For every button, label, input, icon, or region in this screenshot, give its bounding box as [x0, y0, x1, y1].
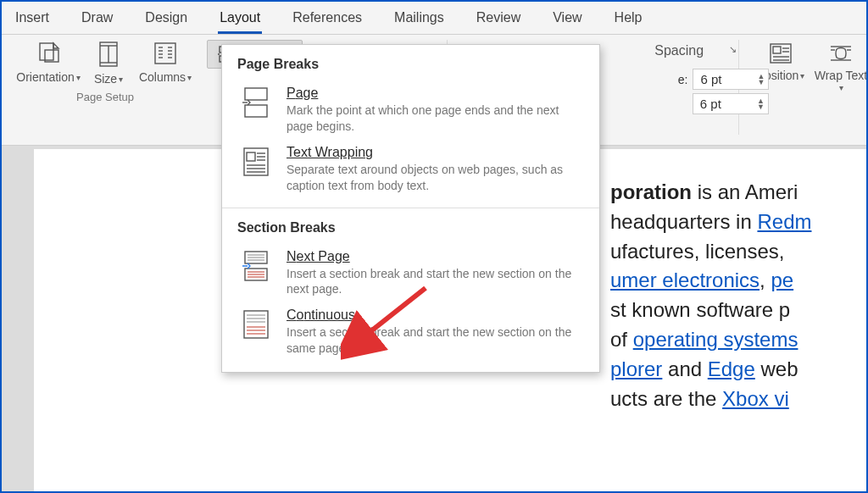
continuous-icon — [237, 307, 275, 341]
menu-item-continuous[interactable]: ContinuousInsert a section break and sta… — [222, 302, 599, 362]
orientation-label: Orientation — [16, 70, 74, 84]
menu-item-desc: Insert a section break and start the new… — [287, 266, 584, 298]
tab-layout[interactable]: Layout — [218, 10, 262, 34]
group-page-setup: Orientation▾ Size▾ Columns▾ Page Setup — [2, 35, 203, 105]
tab-help[interactable]: Help — [613, 10, 644, 34]
chevron-down-icon: ▾ — [187, 73, 192, 82]
tab-insert[interactable]: Insert — [14, 10, 51, 34]
spinner-arrows-icon[interactable]: ▲▼ — [757, 98, 765, 110]
tab-design[interactable]: Design — [143, 10, 189, 34]
wrap-text-label: Wrap Text — [815, 69, 868, 82]
menu-item-page[interactable]: PageMark the point at which one page end… — [222, 80, 599, 140]
group-label-page-setup: Page Setup — [76, 91, 134, 103]
spacing-label: Spacing — [654, 43, 704, 58]
menu-item-title: Continuous — [287, 307, 584, 323]
link-pe[interactable]: pe — [771, 269, 793, 291]
link-redmond[interactable]: Redm — [757, 210, 811, 233]
ribbon-tabs: Insert Draw Design Layout References Mai… — [2, 2, 866, 35]
position-icon — [768, 42, 793, 65]
tab-mailings[interactable]: Mailings — [392, 10, 446, 34]
spinner-arrows-icon[interactable]: ▲▼ — [758, 74, 765, 86]
svg-rect-6 — [155, 43, 175, 64]
menu-divider — [222, 208, 599, 208]
chevron-down-icon: ▾ — [800, 71, 804, 80]
chevron-down-icon: ▾ — [119, 75, 123, 84]
menu-item-desc: Mark the point at which one page ends an… — [287, 102, 584, 135]
menu-item-next-page[interactable]: Next PageInsert a section break and star… — [222, 244, 599, 303]
menu-item-title: Next Page — [287, 249, 584, 264]
svg-rect-29 — [245, 105, 267, 117]
menu-item-title: Text Wrapping — [287, 145, 584, 160]
spacing-after-value: 6 pt — [700, 97, 721, 111]
app-window: Insert Draw Design Layout References Mai… — [0, 0, 868, 493]
breaks-menu: Page Breaks PageMark the point at which … — [221, 44, 600, 373]
wrap-text-button[interactable]: Wrap Text▾ — [815, 40, 866, 94]
menu-item-title: Page — [287, 86, 584, 101]
link-explorer[interactable]: plorer — [610, 357, 662, 380]
tab-review[interactable]: Review — [475, 10, 522, 34]
menu-heading-section-breaks: Section Breaks — [237, 220, 599, 235]
wrap-text-icon — [828, 42, 854, 65]
spacing-after-input[interactable]: 6 pt▲▼ — [693, 93, 769, 114]
chevron-down-icon: ▾ — [76, 73, 81, 82]
svg-rect-0 — [40, 43, 53, 60]
spacing-before-prefix: e: — [678, 73, 688, 86]
columns-label: Columns — [139, 70, 186, 84]
spacing-before-input[interactable]: 6 pt▲▼ — [693, 69, 769, 90]
text-wrapping-icon — [237, 145, 275, 179]
menu-heading-page-breaks: Page Breaks — [237, 57, 599, 72]
columns-icon — [152, 40, 179, 67]
tab-references[interactable]: References — [291, 10, 364, 34]
page-break-icon — [237, 86, 275, 119]
link-xbox[interactable]: Xbox vi — [722, 387, 789, 410]
tab-draw[interactable]: Draw — [80, 10, 114, 34]
svg-rect-31 — [247, 152, 255, 161]
link-operating-systems[interactable]: operating systems — [633, 328, 798, 351]
chevron-down-icon: ▾ — [839, 83, 843, 92]
next-page-icon — [237, 249, 275, 283]
size-icon — [95, 40, 122, 69]
orientation-icon — [35, 40, 62, 67]
orientation-button[interactable]: Orientation▾ — [14, 38, 83, 87]
link-consumer-electronics[interactable]: umer electronics — [610, 269, 760, 291]
svg-rect-28 — [245, 88, 267, 100]
link-edge[interactable]: Edge — [708, 357, 755, 380]
spacing-before-value: 6 pt — [700, 72, 721, 86]
dialog-launcher-icon[interactable]: ↘ — [727, 42, 738, 57]
size-label: Size — [94, 72, 117, 86]
menu-item-text-wrapping[interactable]: Text WrappingSeparate text around object… — [222, 140, 599, 199]
menu-item-desc: Insert a section break and start the new… — [287, 324, 584, 357]
menu-item-desc: Separate text around objects on web page… — [287, 162, 584, 194]
columns-button[interactable]: Columns▾ — [134, 38, 197, 87]
svg-rect-19 — [773, 47, 781, 53]
size-button[interactable]: Size▾ — [83, 38, 134, 87]
tab-view[interactable]: View — [551, 10, 583, 34]
